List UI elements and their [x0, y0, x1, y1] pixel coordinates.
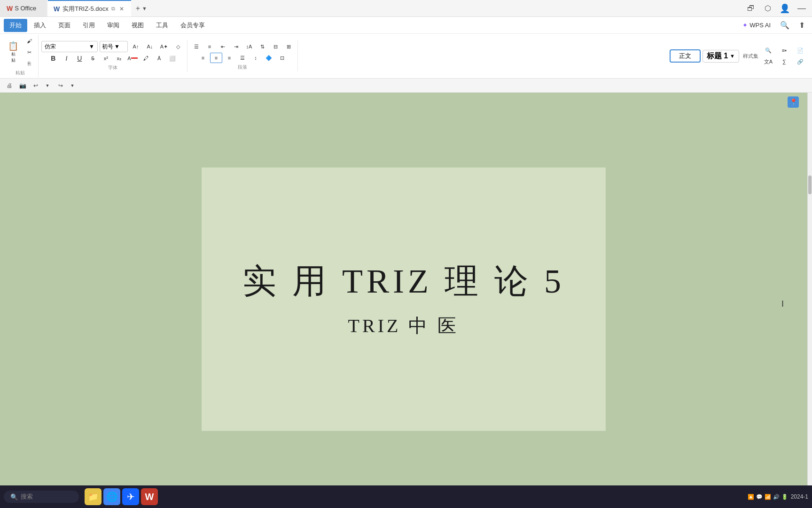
- undo-button[interactable]: ↩: [30, 80, 41, 91]
- tray-msg[interactable]: 💬: [756, 494, 763, 500]
- tray-wifi[interactable]: 📶: [765, 494, 771, 500]
- font-name-selector[interactable]: 仿宋 ▼: [41, 41, 98, 52]
- wps-home-tab[interactable]: W S Office: [0, 0, 47, 16]
- font-size-selector[interactable]: 初号 ▼: [100, 41, 128, 52]
- text-style-button[interactable]: Ā: [153, 53, 165, 64]
- pdf-button[interactable]: 📄: [794, 45, 806, 56]
- wps-logo: W: [7, 5, 13, 12]
- strikethrough-button[interactable]: S̶: [86, 53, 99, 64]
- tab-close-button[interactable]: ✕: [118, 5, 125, 13]
- vertical-scrollbar[interactable]: [807, 93, 812, 506]
- format-button[interactable]: 🖌: [23, 36, 35, 46]
- redo-dropdown[interactable]: ▼: [67, 80, 78, 91]
- undo-dropdown[interactable]: ▼: [42, 80, 53, 91]
- search-button[interactable]: 🔍: [778, 19, 791, 32]
- anchor-button[interactable]: 📍: [788, 96, 799, 108]
- menu-item-reference[interactable]: 引用: [77, 19, 101, 32]
- align-justify-button[interactable]: ☰: [236, 53, 249, 63]
- doc-tab[interactable]: W 实用TRIZ-5.docx ⧉ ✕: [48, 0, 131, 16]
- font-format-button[interactable]: A✦: [158, 41, 170, 52]
- avatar-button[interactable]: 👤: [778, 2, 791, 15]
- cut-button[interactable]: ✂: [23, 47, 35, 57]
- border-button[interactable]: ⊡: [276, 53, 288, 63]
- indent-increase-button[interactable]: ⇥: [230, 41, 242, 52]
- align-right-button[interactable]: ≡: [223, 53, 235, 63]
- highlight-button[interactable]: 🖍: [140, 53, 152, 64]
- menu-bar: 开始 插入 页面 引用 审阅 视图 工具 会员专享 ✦ WPS AI 🔍 ⬆: [0, 17, 812, 34]
- clear-format-button[interactable]: ◇: [172, 41, 184, 52]
- style-title-button[interactable]: 标题 1 ▼: [703, 50, 739, 63]
- text-dir-button[interactable]: ↕A: [243, 41, 255, 52]
- taskbar-browser[interactable]: 🌐: [103, 488, 120, 505]
- font-group: 仿宋 ▼ 初号 ▼ A↑ A↓ A✦ ◇ B I U S̶ x² x₂ A 🖍 …: [39, 40, 187, 72]
- subscript-button[interactable]: x₂: [113, 53, 125, 64]
- anchor-panel: 📍: [788, 96, 799, 108]
- wps-ai-button[interactable]: ✦ WPS AI: [739, 20, 774, 30]
- menu-item-tools[interactable]: 工具: [150, 19, 174, 32]
- font-decrease-button[interactable]: A↓: [144, 41, 156, 52]
- text-convert-button[interactable]: 文A: [762, 56, 774, 67]
- font-size-dropdown[interactable]: ▼: [114, 43, 120, 50]
- menu-item-start[interactable]: 开始: [4, 19, 27, 32]
- menu-item-view[interactable]: 视图: [126, 19, 149, 32]
- paste-button[interactable]: 📋 粘 贴: [5, 42, 22, 63]
- style-collection-label[interactable]: 样式集: [743, 53, 758, 60]
- shading-button[interactable]: 🔷: [263, 53, 275, 63]
- tray-volume[interactable]: 🔊: [773, 494, 780, 500]
- doc-tools: 📄 🔗: [794, 45, 806, 67]
- new-tab-dropdown[interactable]: ▼: [142, 6, 147, 11]
- scrollbar-thumb[interactable]: [808, 175, 812, 194]
- restore-button[interactable]: 🗗: [744, 2, 757, 15]
- copy-button[interactable]: ⎘: [23, 58, 35, 69]
- cube-button[interactable]: ⬡: [761, 2, 774, 15]
- taskbar-wps[interactable]: W: [141, 488, 158, 505]
- menu-item-vip[interactable]: 会员专享: [175, 19, 211, 32]
- link-button[interactable]: 🔗: [794, 56, 806, 67]
- redo-button[interactable]: ↪: [55, 80, 66, 91]
- italic-button[interactable]: I: [60, 53, 72, 64]
- find-replace-button[interactable]: 🔍: [762, 45, 774, 56]
- indent-decrease-button[interactable]: ⇤: [217, 41, 229, 52]
- font-increase-button[interactable]: A↑: [130, 41, 142, 52]
- ruler-button[interactable]: ⊟: [269, 41, 281, 52]
- style-panel-area: 正文 标题 1 ▼ 样式集 🔍 文A ≡▪ ∑ 📄 🔗: [670, 45, 810, 67]
- align-center-button[interactable]: ≡: [210, 53, 222, 63]
- style-title-label: 标题 1: [707, 51, 728, 61]
- line-spacing-button[interactable]: ↕: [250, 53, 262, 63]
- doc-canvas[interactable]: 实 用 TRIZ 理 论 5 TRIZ 中 医: [0, 93, 807, 506]
- upload-button[interactable]: ⬆: [795, 19, 808, 32]
- list-number-button[interactable]: ≡: [203, 41, 216, 52]
- font-group-label: 字体: [108, 64, 117, 71]
- superscript-button[interactable]: x²: [100, 53, 112, 64]
- font-color-button[interactable]: A: [126, 53, 139, 64]
- underline-button[interactable]: U: [73, 53, 86, 64]
- menu-item-review[interactable]: 审阅: [102, 19, 125, 32]
- tab-extend-icon[interactable]: ⧉: [111, 6, 115, 12]
- tray-expand[interactable]: 🔼: [748, 494, 754, 500]
- print-button[interactable]: 🖨: [4, 80, 15, 91]
- menu-item-insert[interactable]: 插入: [28, 19, 52, 32]
- format-align-button[interactable]: ≡▪: [778, 45, 790, 56]
- style-title-dropdown[interactable]: ▼: [730, 53, 735, 59]
- page-break-btn[interactable]: ⊞: [282, 41, 295, 52]
- font-name-value: 仿宋: [45, 43, 56, 51]
- new-tab-button[interactable]: + ▼: [131, 0, 152, 16]
- paste-icon: 📋: [8, 41, 18, 51]
- menu-item-page[interactable]: 页面: [53, 19, 76, 32]
- sort-button[interactable]: ⇅: [256, 41, 268, 52]
- tray-battery[interactable]: 🔋: [781, 494, 788, 500]
- list-bullet-button[interactable]: ☰: [190, 41, 203, 52]
- align-left-button[interactable]: ≡: [197, 53, 209, 63]
- font-name-dropdown[interactable]: ▼: [89, 43, 94, 50]
- bold-button[interactable]: B: [47, 53, 59, 64]
- wps-home-label: S Office: [15, 5, 36, 12]
- taskbar-feishu[interactable]: ✈: [122, 488, 139, 505]
- taskbar-file-manager[interactable]: 📁: [85, 488, 102, 505]
- scan-button[interactable]: 📷: [17, 80, 28, 91]
- taskbar-search[interactable]: 🔍 搜索: [4, 491, 79, 503]
- taskbar: 🔍 搜索 📁 🌐 ✈ W 🔼 💬 📶 🔊 🔋 2024-1: [0, 485, 812, 508]
- char-border-button[interactable]: ⬜: [166, 53, 179, 64]
- minimize-button[interactable]: —: [795, 2, 808, 15]
- insert-formula-button[interactable]: ∑: [778, 56, 790, 67]
- style-normal-button[interactable]: 正文: [670, 49, 701, 63]
